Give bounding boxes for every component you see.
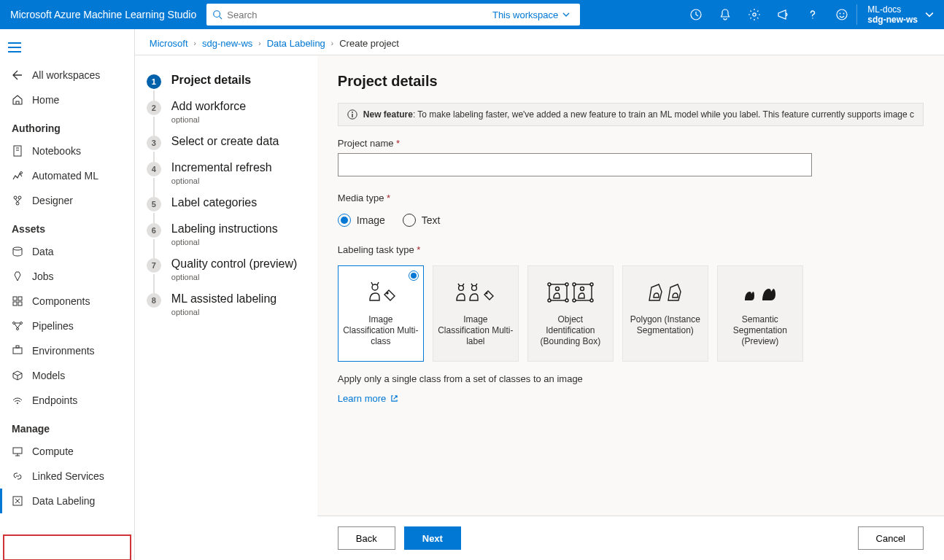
clock-icon[interactable] bbox=[681, 0, 711, 29]
bell-icon[interactable] bbox=[711, 0, 740, 29]
radio-label: Text bbox=[422, 214, 441, 226]
card-semantic-segmentation[interactable]: Semantic Segmentation (Preview) bbox=[717, 265, 803, 362]
nav-label: Home bbox=[32, 94, 59, 106]
cancel-button[interactable]: Cancel bbox=[858, 526, 924, 550]
step-number: 4 bbox=[147, 162, 161, 176]
wizard-step-7[interactable]: 7Quality control (preview)optional bbox=[147, 257, 305, 281]
svg-point-38 bbox=[548, 299, 551, 302]
nav-endpoints[interactable]: Endpoints bbox=[0, 388, 134, 413]
card-image-classification-multilabel[interactable]: Image Classification Multi-label bbox=[433, 265, 519, 362]
left-nav: All workspaces Home Authoring Notebooks … bbox=[0, 29, 135, 560]
components-icon bbox=[12, 295, 23, 307]
shell: All workspaces Home Authoring Notebooks … bbox=[0, 29, 944, 560]
project-name-input[interactable] bbox=[338, 153, 812, 176]
nav-label: Data bbox=[32, 246, 54, 257]
account-name: ML-docs bbox=[867, 4, 918, 15]
wizard-step-6[interactable]: 6Labeling instructionsoptional bbox=[147, 222, 305, 246]
nav-label: Environments bbox=[32, 345, 95, 357]
search-scope[interactable]: This workspace bbox=[492, 9, 574, 20]
svg-point-32 bbox=[458, 286, 463, 291]
step-optional: optional bbox=[171, 238, 278, 246]
nav-label: All workspaces bbox=[32, 69, 100, 81]
nav-components[interactable]: Components bbox=[0, 289, 134, 314]
nav-linked-services[interactable]: Linked Services bbox=[0, 464, 134, 489]
highlight-box bbox=[3, 534, 131, 560]
home-icon bbox=[12, 94, 23, 106]
svg-rect-18 bbox=[18, 302, 22, 306]
step-label: Label categories bbox=[171, 195, 257, 210]
nav-label: Designer bbox=[32, 195, 73, 206]
card-image-classification-multiclass[interactable]: Image Classification Multi-class bbox=[338, 265, 424, 362]
svg-point-11 bbox=[14, 196, 17, 199]
nav-jobs[interactable]: Jobs bbox=[0, 264, 134, 289]
radio-image[interactable]: Image bbox=[338, 214, 385, 227]
nav-home[interactable]: Home bbox=[0, 88, 134, 112]
breadcrumb-item[interactable]: Data Labeling bbox=[267, 38, 325, 49]
chevron-right-icon: › bbox=[331, 39, 333, 47]
hamburger-icon[interactable] bbox=[0, 36, 29, 63]
svg-rect-23 bbox=[16, 346, 19, 348]
svg-point-45 bbox=[590, 299, 593, 302]
notebook-icon bbox=[12, 145, 23, 157]
breadcrumb-item[interactable]: Microsoft bbox=[150, 38, 188, 49]
svg-point-10 bbox=[20, 172, 23, 174]
nav-automated-ml[interactable]: Automated ML bbox=[0, 163, 134, 188]
nav-data-labeling[interactable]: Data Labeling bbox=[0, 489, 134, 513]
svg-point-39 bbox=[565, 299, 568, 302]
step-number: 1 bbox=[147, 74, 161, 89]
nav-environments[interactable]: Environments bbox=[0, 338, 134, 363]
banner-prefix: New feature bbox=[363, 109, 413, 120]
svg-rect-22 bbox=[13, 348, 22, 354]
search-box[interactable]: This workspace bbox=[206, 4, 580, 26]
svg-rect-7 bbox=[14, 146, 21, 156]
step-number: 5 bbox=[147, 197, 161, 211]
jobs-icon bbox=[12, 271, 23, 282]
search-input[interactable] bbox=[227, 9, 492, 20]
svg-point-31 bbox=[387, 292, 388, 294]
account-switcher[interactable]: ML-docs sdg-new-ws bbox=[856, 4, 944, 25]
wizard-step-8[interactable]: 8ML assisted labelingoptional bbox=[147, 292, 305, 316]
project-name-label: Project name * bbox=[338, 138, 924, 149]
learn-more-link[interactable]: Learn more bbox=[338, 393, 924, 404]
back-button[interactable]: Back bbox=[338, 526, 395, 550]
linked-icon bbox=[12, 470, 23, 482]
nav-data[interactable]: Data bbox=[0, 239, 134, 264]
svg-point-37 bbox=[565, 283, 568, 286]
card-polygon-segmentation[interactable]: Polygon (Instance Segmentation) bbox=[622, 265, 708, 362]
help-icon[interactable] bbox=[798, 0, 827, 29]
svg-point-28 bbox=[352, 112, 353, 113]
wizard-step-2[interactable]: 2Add workforceoptional bbox=[147, 99, 305, 124]
card-label: Image Classification Multi-class bbox=[343, 314, 419, 347]
nav-notebooks[interactable]: Notebooks bbox=[0, 139, 134, 163]
wizard-step-4[interactable]: 4Incremental refreshoptional bbox=[147, 160, 305, 185]
silhouette-icon bbox=[740, 278, 780, 307]
nav-designer[interactable]: Designer bbox=[0, 188, 134, 213]
card-object-identification[interactable]: Object Identification (Bounding Box) bbox=[527, 265, 614, 362]
svg-rect-17 bbox=[13, 302, 17, 306]
models-icon bbox=[12, 370, 23, 381]
smiley-icon[interactable] bbox=[827, 0, 856, 29]
svg-rect-15 bbox=[13, 297, 17, 300]
nav-all-workspaces[interactable]: All workspaces bbox=[0, 63, 134, 88]
next-button[interactable]: Next bbox=[404, 526, 461, 550]
environments-icon bbox=[12, 345, 23, 357]
breadcrumb-item[interactable]: sdg-new-ws bbox=[202, 38, 252, 49]
step-optional: optional bbox=[171, 176, 272, 185]
nav-section-authoring: Authoring bbox=[0, 112, 134, 139]
step-label: Project details bbox=[171, 73, 251, 88]
megaphone-icon[interactable] bbox=[769, 0, 798, 29]
gear-icon[interactable] bbox=[740, 0, 769, 29]
link-text: Learn more bbox=[338, 393, 386, 404]
content-panel: Project details New feature: To make lab… bbox=[317, 55, 944, 560]
step-number: 8 bbox=[147, 293, 161, 308]
card-label: Object Identification (Bounding Box) bbox=[533, 314, 608, 347]
svg-rect-29 bbox=[352, 114, 352, 117]
radio-text[interactable]: Text bbox=[403, 214, 441, 227]
main-body: 1Project details 2Add workforceoptional … bbox=[135, 55, 944, 560]
wizard-step-3[interactable]: 3Select or create data bbox=[147, 134, 305, 150]
nav-pipelines[interactable]: Pipelines bbox=[0, 314, 134, 338]
nav-models[interactable]: Models bbox=[0, 363, 134, 388]
nav-compute[interactable]: Compute bbox=[0, 439, 134, 464]
wizard-step-1[interactable]: 1Project details bbox=[147, 73, 305, 89]
wizard-step-5[interactable]: 5Label categories bbox=[147, 195, 305, 211]
